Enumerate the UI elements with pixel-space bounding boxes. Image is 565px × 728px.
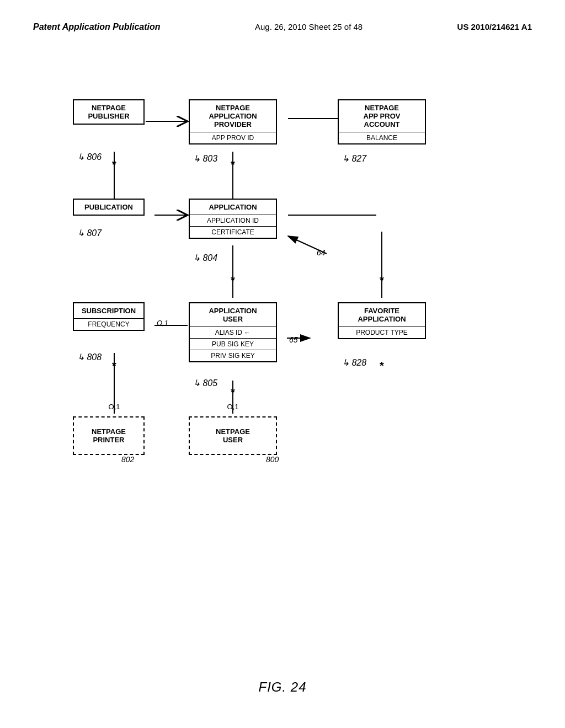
ref-827: ↳ 827	[342, 153, 366, 164]
ref-802: 802	[121, 455, 134, 464]
netpage-app-prov-account-title: NETPAGEAPP PROVACCOUNT	[339, 100, 425, 132]
application-user-box: APPLICATIONUSER ALIAS ID ← PUB SIG KEY P…	[189, 302, 277, 362]
favorite-application-box: FAVORITEAPPLICATION PRODUCT TYPE	[338, 302, 426, 339]
publication-box: PUBLICATION	[73, 199, 145, 216]
subscription-title: SUBSCRIPTION	[74, 303, 143, 318]
ref-65: 65	[289, 335, 298, 344]
svg-text:*: *	[112, 158, 116, 170]
netpage-app-provider-box: NETPAGEAPPLICATIONPROVIDER APP PROV ID	[189, 99, 277, 144]
ref-803: ↳ 803	[193, 153, 217, 164]
application-field2: CERTIFICATE	[190, 226, 276, 238]
netpage-printer-title: NETPAGEPRINTER	[87, 424, 130, 447]
application-user-title: APPLICATIONUSER	[190, 303, 276, 326]
application-user-field2: PUB SIG KEY	[190, 338, 276, 350]
netpage-app-prov-account-field1: BALANCE	[339, 132, 425, 143]
netpage-user-box: NETPAGEUSER	[189, 416, 277, 455]
ref-64: 64	[317, 248, 326, 257]
diagram-area: * * * * * * *	[56, 88, 509, 585]
netpage-publisher-title: NETPAGEPUBLISHER	[74, 100, 143, 124]
ref-807: ↳ 807	[77, 228, 102, 238]
application-box: APPLICATION APPLICATION ID CERTIFICATE	[189, 199, 277, 239]
svg-text:O,1: O,1	[109, 403, 120, 411]
svg-text:*: *	[380, 360, 384, 372]
application-user-field3: PRIV SIG KEY	[190, 350, 276, 361]
favorite-application-title: FAVORITEAPPLICATION	[339, 303, 425, 326]
svg-text:*: *	[231, 158, 235, 170]
svg-text:*: *	[231, 274, 235, 286]
figure-caption: FIG. 24	[258, 679, 306, 695]
netpage-app-provider-title: NETPAGEAPPLICATIONPROVIDER	[190, 100, 276, 132]
subscription-box: SUBSCRIPTION FREQUENCY	[73, 302, 145, 331]
publication-title: PUBLICATION	[74, 200, 143, 215]
svg-text:O,1: O,1	[227, 403, 239, 411]
ref-806: ↳ 806	[77, 152, 102, 162]
header-left: Patent Application Publication	[33, 22, 161, 32]
netpage-publisher-box: NETPAGEPUBLISHER	[73, 99, 145, 125]
netpage-app-provider-field1: APP PROV ID	[190, 132, 276, 143]
netpage-app-prov-account-box: NETPAGEAPP PROVACCOUNT BALANCE	[338, 99, 426, 144]
label-o1-subscription: O,1	[157, 319, 168, 327]
application-user-field1: ALIAS ID ←	[190, 326, 276, 338]
header-center: Aug. 26, 2010 Sheet 25 of 48	[255, 22, 363, 31]
ref-828: ↳ 828	[342, 357, 366, 368]
ref-805: ↳ 805	[193, 378, 217, 388]
svg-text:*: *	[231, 386, 235, 398]
svg-text:*: *	[380, 274, 384, 286]
header-right: US 2010/214621 A1	[457, 22, 532, 31]
subscription-field1: FREQUENCY	[74, 318, 143, 330]
netpage-user-title: NETPAGEUSER	[211, 424, 254, 447]
application-field1: APPLICATION ID	[190, 215, 276, 226]
ref-804: ↳ 804	[193, 253, 217, 263]
ref-808: ↳ 808	[77, 352, 102, 362]
diagram-svg: * * * * * * *	[56, 88, 509, 585]
netpage-printer-box: NETPAGEPRINTER	[73, 416, 145, 455]
svg-text:*: *	[112, 360, 116, 372]
ref-800: 800	[266, 455, 279, 464]
favorite-application-field1: PRODUCT TYPE	[339, 326, 425, 338]
application-title: APPLICATION	[190, 200, 276, 215]
